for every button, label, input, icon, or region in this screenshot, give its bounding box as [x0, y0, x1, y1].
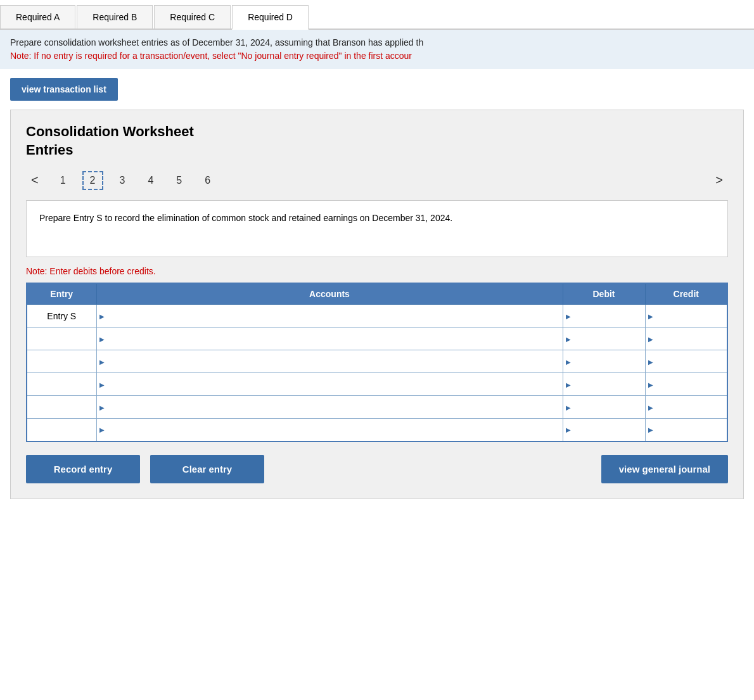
tab-required-a[interactable]: Required A: [0, 5, 75, 29]
entry-navigator: < 1 2 3 4 5 6 >: [26, 170, 728, 190]
table-row: ▶ ▶ ▶: [27, 396, 727, 419]
view-general-journal-button[interactable]: view general journal: [601, 455, 728, 483]
instruction-note-text: Note: If no entry is required for a tran…: [10, 49, 744, 63]
entry-label-3: [27, 350, 96, 373]
entry-label-2: [27, 328, 96, 350]
account-input-4[interactable]: [97, 373, 563, 395]
account-input-6[interactable]: [97, 419, 563, 441]
col-header-debit: Debit: [563, 283, 645, 305]
entry-nav-1[interactable]: 1: [54, 172, 72, 189]
debit-cell-3: ▶: [563, 350, 645, 373]
debit-cell-4: ▶: [563, 373, 645, 396]
debit-cell-5: ▶: [563, 396, 645, 419]
credit-input-6[interactable]: [646, 419, 727, 441]
table-row: Entry S ▶ ▶ ▶: [27, 305, 727, 328]
table-row: ▶ ▶ ▶: [27, 419, 727, 442]
tab-required-d[interactable]: Required D: [232, 5, 309, 30]
bottom-buttons-area: Record entry Clear entry view general jo…: [26, 455, 728, 483]
tabs-bar: Required A Required B Required C Require…: [0, 0, 754, 30]
entry-nav-6[interactable]: 6: [198, 172, 217, 189]
account-input-3[interactable]: [97, 350, 563, 372]
debit-input-6[interactable]: [563, 419, 645, 441]
worksheet-panel: Consolidation Worksheet Entries < 1 2 3 …: [10, 110, 744, 499]
debit-cell-2: ▶: [563, 328, 645, 350]
worksheet-title: Consolidation Worksheet Entries: [26, 123, 728, 159]
debit-input-2[interactable]: [563, 328, 645, 350]
entry-label-4: [27, 373, 96, 396]
entry-table: Entry Accounts Debit Credit Entry S ▶ ▶: [26, 283, 728, 442]
credit-input-3[interactable]: [646, 350, 727, 372]
debit-cell-1: ▶: [563, 305, 645, 328]
tab-required-c[interactable]: Required C: [154, 5, 231, 29]
next-entry-button[interactable]: >: [710, 170, 728, 190]
entry-nav-3[interactable]: 3: [113, 172, 132, 189]
account-cell-3: ▶: [96, 350, 563, 373]
account-cell-2: ▶: [96, 328, 563, 350]
entry-nav-5[interactable]: 5: [170, 172, 188, 189]
instruction-main-text: Prepare consolidation worksheet entries …: [10, 36, 744, 49]
debit-cell-6: ▶: [563, 419, 645, 442]
entry-nav-4[interactable]: 4: [141, 172, 160, 189]
debit-input-3[interactable]: [563, 350, 645, 372]
col-header-credit: Credit: [645, 283, 727, 305]
account-cell-4: ▶: [96, 373, 563, 396]
table-row: ▶ ▶ ▶: [27, 373, 727, 396]
debit-input-4[interactable]: [563, 373, 645, 395]
credit-cell-2: ▶: [645, 328, 727, 350]
entry-description-text: Prepare Entry S to record the eliminatio…: [39, 213, 452, 223]
credit-cell-3: ▶: [645, 350, 727, 373]
account-cell-5: ▶: [96, 396, 563, 419]
entry-description-box: Prepare Entry S to record the eliminatio…: [26, 200, 728, 257]
prev-entry-button[interactable]: <: [26, 170, 44, 190]
credit-cell-1: ▶: [645, 305, 727, 328]
account-input-2[interactable]: [97, 328, 563, 350]
note-debits-text: Note: Enter debits before credits.: [26, 266, 728, 276]
view-transaction-button[interactable]: view transaction list: [10, 78, 118, 101]
credit-input-2[interactable]: [646, 328, 727, 350]
credit-cell-5: ▶: [645, 396, 727, 419]
debit-input-5[interactable]: [563, 396, 645, 418]
credit-input-1[interactable]: [646, 305, 727, 327]
table-row: ▶ ▶ ▶: [27, 328, 727, 350]
col-header-entry: Entry: [27, 283, 96, 305]
col-header-accounts: Accounts: [96, 283, 563, 305]
credit-cell-6: ▶: [645, 419, 727, 442]
account-input-1[interactable]: [97, 305, 563, 327]
account-input-5[interactable]: [97, 396, 563, 418]
view-transaction-area: view transaction list: [0, 69, 754, 110]
entry-label-6: [27, 419, 96, 442]
credit-input-5[interactable]: [646, 396, 727, 418]
tab-required-b[interactable]: Required B: [77, 5, 153, 29]
entry-nav-2[interactable]: 2: [82, 171, 103, 190]
credit-input-4[interactable]: [646, 373, 727, 395]
account-cell-6: ▶: [96, 419, 563, 442]
clear-entry-button[interactable]: Clear entry: [150, 455, 264, 483]
table-row: ▶ ▶ ▶: [27, 350, 727, 373]
record-entry-button[interactable]: Record entry: [26, 455, 140, 483]
credit-cell-4: ▶: [645, 373, 727, 396]
entry-label-5: [27, 396, 96, 419]
entry-label-1: Entry S: [27, 305, 96, 328]
instructions-area: Prepare consolidation worksheet entries …: [0, 30, 754, 69]
debit-input-1[interactable]: [563, 305, 645, 327]
account-cell-1: ▶: [96, 305, 563, 328]
